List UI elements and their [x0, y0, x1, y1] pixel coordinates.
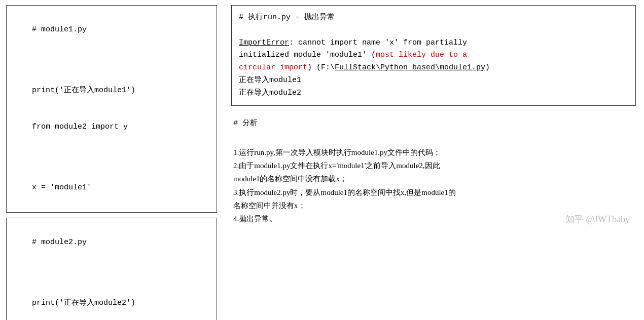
- analysis-line2: 2.由于module1.py文件在执行x='module1'之前导入module…: [233, 162, 440, 170]
- importerror-label: ImportError: [239, 38, 289, 47]
- analysis-line2b: module1的名称空间中没有加载x；: [233, 175, 347, 183]
- module1-line1: print('正在导入module1'): [32, 86, 135, 95]
- path-text: FullStack\Python_based\module1.py: [335, 63, 485, 72]
- left-panel: # module1.py print('正在导入module1') from m…: [0, 0, 223, 320]
- analysis-line3: 3.执行module2.py时，要从module1的名称空间中找x,但是modu…: [233, 188, 456, 196]
- analysis-section: # 分析 1.运行run.py,第一次导入模块时执行module1.py文件中的…: [231, 111, 636, 231]
- analysis-line1: 1.运行run.py,第一次导入模块时执行module1.py文件中的代码；: [233, 148, 441, 156]
- exec-output-box: # 执行run.py - 抛出异常 ImportError: cannot im…: [231, 5, 636, 106]
- analysis-line4: 4.抛出异常。: [233, 215, 277, 223]
- error-line2: initialized module 'module1' (most likel…: [239, 51, 490, 72]
- analysis-title: # 分析: [233, 117, 634, 130]
- exec-title: # 执行run.py - 抛出异常: [239, 13, 335, 22]
- right-panel: # 执行run.py - 抛出异常 ImportError: cannot im…: [223, 0, 644, 320]
- analysis-line3b: 名称空间中并没有x；: [233, 202, 306, 210]
- output-line2: 正在导入module2: [239, 89, 301, 97]
- module1-code-box: # module1.py print('正在导入module1') from m…: [6, 5, 217, 213]
- module1-line3: x = 'module1': [32, 183, 91, 192]
- module2-line1: print('正在导入module2'): [32, 299, 135, 307]
- module1-title: # module1.py: [32, 25, 87, 34]
- module2-title: # module2.py: [32, 238, 87, 247]
- error-line1: ImportError: cannot import name 'x' from…: [239, 38, 467, 47]
- output-line1: 正在导入module1: [239, 76, 301, 85]
- error-colon: : cannot import name 'x' from partially: [289, 38, 467, 47]
- module2-code-box: # module2.py print('正在导入module2') from m…: [6, 218, 217, 320]
- module1-line2: from module2 import y: [32, 123, 128, 131]
- watermark: 知乎 @JWTbaby: [565, 212, 630, 228]
